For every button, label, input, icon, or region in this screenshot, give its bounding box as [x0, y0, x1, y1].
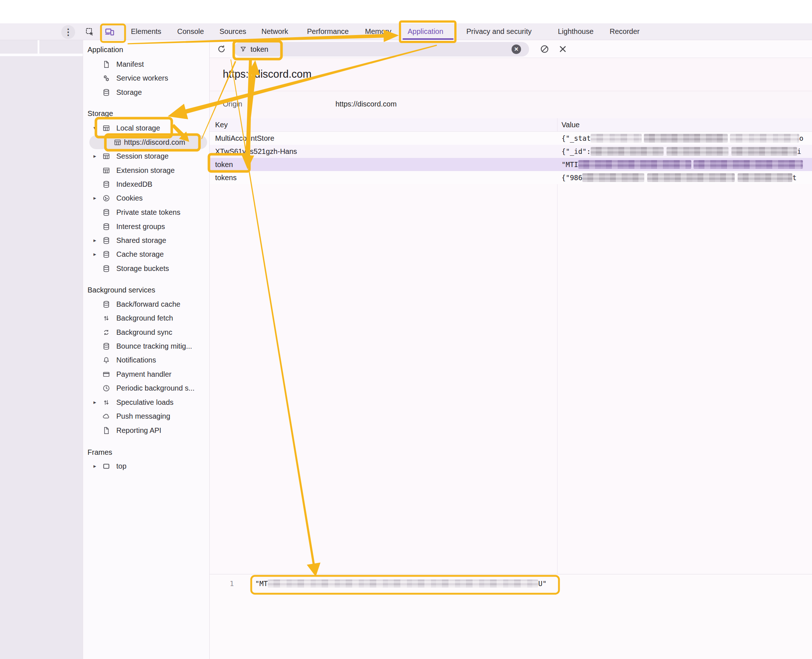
- chevron-collapsed-icon[interactable]: ▸: [91, 233, 98, 247]
- tab-application[interactable]: Application: [408, 23, 443, 40]
- redacted-value-blur: [578, 160, 691, 169]
- sidebar-item-service-workers[interactable]: Service workers: [83, 71, 209, 85]
- sidebar-item-background-fetch[interactable]: Background fetch: [83, 311, 209, 325]
- sidebar-item-local-storage[interactable]: ▾Local storage: [83, 121, 209, 135]
- sidebar-item-session-storage[interactable]: ▸Session storage: [83, 149, 209, 163]
- sidebar-item-label: IndexedDB: [116, 177, 153, 191]
- table-row-token[interactable]: token"MTI: [210, 158, 812, 171]
- sidebar-item-notifications[interactable]: Notifications: [83, 353, 209, 367]
- sidebar-item-manifest[interactable]: Manifest: [83, 57, 209, 71]
- sidebar-item-periodic-background-s-[interactable]: Periodic background s...: [83, 381, 209, 395]
- tab-console[interactable]: Console: [177, 23, 204, 40]
- redacted-value-blur: [591, 147, 664, 156]
- sidebar-item-https-discord-com[interactable]: https://discord.com: [83, 135, 209, 149]
- key-cell[interactable]: MultiAccountStore: [215, 132, 274, 145]
- chevron-collapsed-icon[interactable]: ▸: [91, 149, 98, 163]
- sidebar-item-label: Private state tokens: [116, 205, 181, 219]
- database-icon: [102, 265, 110, 273]
- sidebar-item-cache-storage[interactable]: ▸Cache storage: [83, 247, 209, 261]
- grid-icon: [102, 166, 110, 175]
- clear-all-icon[interactable]: [540, 44, 549, 54]
- storage-origin-title: https://discord.com: [223, 68, 312, 80]
- value-prefix: "MTI: [562, 161, 578, 169]
- updown-icon: [102, 398, 110, 407]
- table-row-tokens[interactable]: tokens{"986t: [210, 171, 812, 184]
- tab-recorder[interactable]: Recorder: [610, 23, 639, 40]
- redacted-value-blur: [667, 147, 729, 156]
- sidebar-item-indexeddb[interactable]: IndexedDB: [83, 177, 209, 191]
- tab-network[interactable]: Network: [261, 23, 288, 40]
- tab-elements[interactable]: Elements: [131, 23, 161, 40]
- sidebar-item-back-forward-cache[interactable]: Back/forward cache: [83, 297, 209, 311]
- chevron-collapsed-icon[interactable]: ▸: [91, 459, 98, 473]
- page-top-area: [0, 0, 812, 23]
- refresh-icon[interactable]: [217, 44, 227, 54]
- sidebar-item-label: https://discord.com: [124, 135, 185, 149]
- sidebar-item-reporting-api[interactable]: Reporting API: [83, 423, 209, 437]
- sidebar-item-interest-groups[interactable]: Interest groups: [83, 219, 209, 233]
- sidebar-item-label: Background fetch: [116, 311, 173, 325]
- table-row-xtws61y0s521gzh-hans[interactable]: XTwS61y0s521gzh-Hans{"_id":i: [210, 145, 812, 158]
- sidebar-item-storage[interactable]: Storage: [83, 85, 209, 99]
- key-cell[interactable]: token: [215, 158, 233, 171]
- clock-icon: [102, 384, 110, 393]
- sidebar-item-speculative-loads[interactable]: ▸Speculative loads: [83, 395, 209, 409]
- sidebar-item-label: Speculative loads: [116, 395, 173, 409]
- grid-icon: [102, 124, 110, 132]
- preview-value[interactable]: "MTU": [255, 578, 546, 590]
- table-row-multiaccountstore[interactable]: MultiAccountStore{"_stato: [210, 132, 812, 145]
- sidebar-item-label: Extension storage: [116, 163, 175, 177]
- value-cell-redacted[interactable]: {"_stato: [562, 132, 809, 145]
- devtools-tabs: ElementsConsoleSourcesNetworkPerformance…: [0, 23, 812, 40]
- sidebar-item-label: Periodic background s...: [116, 381, 195, 395]
- value-cell-redacted[interactable]: "MTI: [562, 158, 809, 171]
- sidebar-item-top[interactable]: ▸top: [83, 459, 209, 473]
- sidebar-item-shared-storage[interactable]: ▸Shared storage: [83, 233, 209, 247]
- value-column-header[interactable]: Value: [562, 118, 580, 132]
- doc-icon: [102, 60, 110, 69]
- tab-memory[interactable]: Memory: [365, 23, 391, 40]
- clear-filter-icon[interactable]: ✕: [511, 44, 521, 54]
- sync-icon: [102, 328, 110, 337]
- database-icon: [102, 208, 110, 217]
- value-cell-redacted[interactable]: {"986t: [562, 171, 809, 184]
- filter-input[interactable]: token ✕: [234, 42, 529, 57]
- sidebar-item-label: top: [116, 459, 126, 473]
- chevron-collapsed-icon[interactable]: ▸: [91, 247, 98, 261]
- grid-icon: [113, 138, 122, 147]
- key-column-header[interactable]: Key: [215, 118, 228, 132]
- value-cell-redacted[interactable]: {"_id":i: [562, 145, 809, 158]
- gears-icon: [102, 74, 110, 82]
- tab-privacy-and-security[interactable]: Privacy and security: [466, 23, 532, 40]
- chevron-collapsed-icon[interactable]: ▸: [91, 395, 98, 409]
- filter-value: token: [250, 42, 268, 57]
- chevron-collapsed-icon[interactable]: ▸: [91, 191, 98, 205]
- tab-sources[interactable]: Sources: [219, 23, 246, 40]
- sidebar-item-storage-buckets[interactable]: Storage buckets: [83, 262, 209, 275]
- delete-selected-icon[interactable]: [558, 44, 568, 54]
- redacted-value-blur: [738, 173, 792, 182]
- background-page-area: [0, 40, 83, 659]
- storage-key-header: https://discord.com: [210, 58, 812, 91]
- sidebar-item-cookies[interactable]: ▸Cookies: [83, 191, 209, 205]
- value-prefix: {"986: [562, 173, 582, 181]
- card-icon: [102, 370, 110, 378]
- sidebar-item-extension-storage[interactable]: Extension storage: [83, 163, 209, 177]
- database-icon: [102, 300, 110, 309]
- sidebar-item-payment-handler[interactable]: Payment handler: [83, 367, 209, 381]
- sidebar-item-label: Interest groups: [116, 219, 165, 233]
- column-divider[interactable]: [557, 118, 557, 574]
- sidebar-item-label: Reporting API: [116, 423, 161, 437]
- value-suffix: t: [792, 173, 796, 181]
- sidebar-item-private-state-tokens[interactable]: Private state tokens: [83, 205, 209, 219]
- tab-lighthouse[interactable]: Lighthouse: [558, 23, 593, 40]
- tab-performance[interactable]: Performance: [307, 23, 349, 40]
- key-cell[interactable]: XTwS61y0s521gzh-Hans: [215, 145, 297, 158]
- sidebar-item-label: Storage: [116, 85, 142, 99]
- sidebar-item-push-messaging[interactable]: Push messaging: [83, 409, 209, 423]
- sidebar-item-background-sync[interactable]: Background sync: [83, 325, 209, 339]
- sidebar-item-bounce-tracking-mitig-[interactable]: Bounce tracking mitig...: [83, 339, 209, 353]
- sidebar-item-label: Storage buckets: [116, 262, 169, 275]
- chevron-expanded-icon[interactable]: ▾: [91, 121, 98, 135]
- key-cell[interactable]: tokens: [215, 171, 237, 184]
